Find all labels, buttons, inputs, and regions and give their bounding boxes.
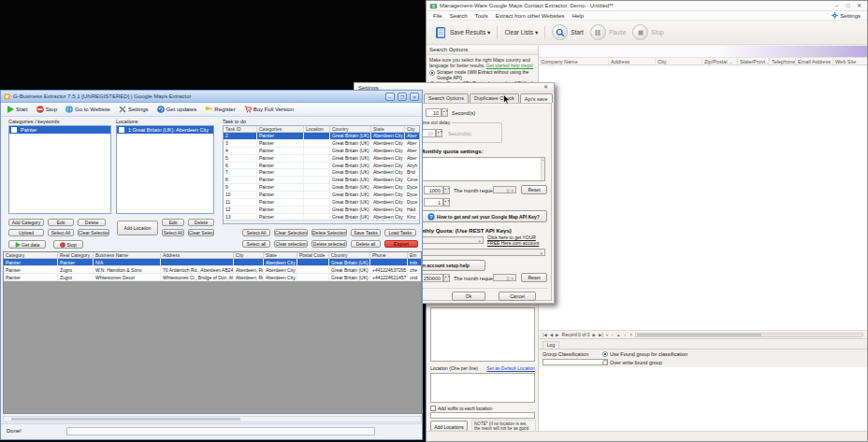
start-button[interactable]: Start: [7, 106, 28, 113]
grid-column-header[interactable]: Telephone 1: [770, 58, 796, 64]
nav-icon[interactable]: ▲: [616, 333, 620, 337]
select-all-results-button[interactable]: Select all: [242, 240, 270, 248]
results-grid-body[interactable]: [539, 65, 867, 330]
checkbox-icon[interactable]: ✓: [119, 127, 124, 133]
task-table[interactable]: Task ID Categories Location Country Stat…: [223, 125, 420, 224]
task-row[interactable]: 10 Painter Great Britain (UK) Aberdeen C…: [224, 192, 419, 199]
save-tasks-button[interactable]: Save Tasks: [351, 229, 381, 236]
menu-settings[interactable]: Settings: [832, 12, 861, 19]
task-row[interactable]: 8 Painter Great Britain (UK) Aberdeen Ci…: [224, 177, 419, 184]
scrollbar-thumb[interactable]: [11, 418, 240, 421]
web-site-listbox[interactable]: [430, 307, 535, 362]
nav-icon[interactable]: ✓: [623, 333, 627, 337]
location-item[interactable]: ✓1 Great Britain (UK): Aberdeen City: [117, 126, 213, 134]
select-all-tasks-button[interactable]: Select All: [242, 229, 270, 236]
result-row[interactable]: Painter Zugro W.N. Hamilton & Sons 70 Ar…: [4, 266, 421, 274]
clear-selection-tasks-button[interactable]: Clear Selection: [274, 229, 308, 236]
edit-location-button[interactable]: Edit: [162, 219, 184, 226]
here-reset-button[interactable]: Reset: [521, 273, 547, 282]
timeout-spinner[interactable]: 10: [426, 108, 441, 117]
nav-icon[interactable]: ▶: [556, 333, 558, 337]
nav-icon[interactable]: |◀: [542, 333, 547, 337]
small-spinner[interactable]: 1: [424, 198, 443, 207]
task-row[interactable]: 5 Painter Great Britain (UK) Aberdeen Ci…: [224, 155, 419, 163]
task-row[interactable]: 7 Painter Great Britain (UK) Aberdeen Ci…: [224, 169, 419, 177]
add-location-button[interactable]: Add Location: [117, 221, 158, 235]
spinner-arrows-icon[interactable]: ▲▼: [443, 186, 450, 194]
ok-button[interactable]: Ok: [452, 292, 485, 301]
grid-column-header[interactable]: City: [656, 58, 702, 64]
scraper-mode-radio[interactable]: Scraper mode (Will Extract without using…: [427, 69, 538, 80]
nav-icon[interactable]: ◀: [550, 333, 553, 337]
task-row[interactable]: 9 Painter Great Britain (UK) Aberdeen Ci…: [224, 184, 419, 192]
get-updates-button[interactable]: Get updates: [157, 106, 197, 113]
maximize-button[interactable]: □: [844, 2, 852, 10]
spinner-arrows-icon[interactable]: ▲▼: [441, 108, 448, 117]
spinner-arrows-icon[interactable]: ▲▼: [443, 198, 450, 207]
task-table-scrollbar[interactable]: [224, 220, 419, 223]
nav-icon[interactable]: −: [611, 333, 614, 337]
menu-tools[interactable]: Tools: [475, 13, 488, 19]
suffix-checkbox-row[interactable]: Add suffix to each location: [430, 406, 492, 411]
grid-column-header[interactable]: Zip/Postal ...: [702, 58, 738, 64]
select-all-categories-button[interactable]: Select All: [48, 229, 74, 236]
clear-lists-button[interactable]: Clear Lists ▾: [504, 29, 538, 36]
overwrite-group-radio[interactable]: Over write found group: [602, 360, 662, 365]
dialog-close-icon[interactable]: ✕: [542, 83, 550, 92]
save-results-button[interactable]: Save Results ▾: [434, 26, 490, 39]
get-started-link[interactable]: Get started help steps!: [486, 63, 533, 68]
grid-column-header[interactable]: Company Name: [539, 58, 609, 64]
result-row[interactable]: Painter Painter N/A Aberdeen City Great …: [4, 259, 421, 266]
maps-window-titlebar[interactable]: Management-Ware Google Maps Contact Extr…: [427, 1, 867, 11]
nav-icon[interactable]: ▶: [593, 333, 596, 337]
gbusiness-titlebar[interactable]: G-Business Extractor 7.5.1 [UNREGISTERED…: [1, 91, 422, 103]
quota-textarea[interactable]: ▲: [416, 157, 545, 181]
start-button[interactable]: Start: [552, 24, 584, 40]
nav-icon[interactable]: ×: [629, 333, 632, 337]
get-data-button[interactable]: Get data: [8, 240, 46, 249]
delete-all-results-button[interactable]: Delete all: [351, 240, 381, 248]
tab-apis-save[interactable]: Api's save: [520, 93, 553, 103]
clear-selection-results-button[interactable]: Clear selection: [274, 240, 308, 248]
checkbox-icon[interactable]: ✓: [11, 127, 17, 133]
clear-selection-locations-button[interactable]: Clear Selection: [188, 229, 214, 236]
settings-button[interactable]: Settings: [119, 106, 149, 113]
select-all-locations-button[interactable]: Select All: [162, 229, 184, 236]
scrollbar-thumb[interactable]: [637, 334, 761, 336]
register-button[interactable]: Register: [205, 106, 235, 113]
results-grid[interactable]: Category Real Category Business Name Add…: [3, 251, 422, 414]
minimize-button[interactable]: –: [385, 93, 395, 101]
horizontal-scrollbar[interactable]: [635, 333, 863, 337]
use-found-group-radio[interactable]: Use Found group for classification: [602, 351, 687, 357]
grid-column-header[interactable]: State/Provi...: [738, 58, 770, 64]
grid-column-header[interactable]: Email Address: [796, 58, 833, 64]
menu-help[interactable]: Help: [572, 13, 584, 19]
delete-selection-tasks-button[interactable]: Delete Selection: [311, 229, 347, 236]
menu-search[interactable]: Search: [450, 13, 468, 19]
load-tasks-button[interactable]: Load Tasks: [384, 229, 416, 236]
category-item[interactable]: ✓Painter: [9, 126, 110, 134]
locations-listbox[interactable]: ✓1 Great Britain (UK): Aberdeen City: [116, 125, 214, 214]
task-row[interactable]: 6 Painter Great Britain (UK) Aberdeen Ci…: [224, 163, 419, 170]
google-api-help-button[interactable]: ? How to get and set your Google Map API…: [420, 210, 547, 222]
task-row[interactable]: 2 Painter Great Britain (UK) Aberdeen Ci…: [224, 133, 419, 140]
edit-category-button[interactable]: Edit: [48, 219, 74, 226]
close-button[interactable]: ✕: [855, 2, 863, 10]
close-button[interactable]: ✕: [410, 93, 419, 101]
stop-data-button[interactable]: Stop: [53, 240, 83, 249]
add-category-button[interactable]: Add Category: [8, 219, 44, 226]
group-field[interactable]: [542, 359, 608, 365]
cancel-button[interactable]: Cancel: [499, 292, 536, 301]
stop-button[interactable]: Stop: [36, 106, 57, 113]
task-row[interactable]: 12 Painter Great Britain (UK) Aberdeen C…: [224, 207, 419, 214]
set-default-location-link[interactable]: Set as Default Location: [486, 365, 535, 371]
menu-extract-other[interactable]: Extract from other Websites: [496, 13, 565, 19]
tab-search-options[interactable]: Search Options: [424, 93, 469, 103]
maximize-button[interactable]: ❐: [398, 93, 407, 101]
tab-duplicates-check[interactable]: Duplicates Check: [470, 93, 519, 103]
categories-listbox[interactable]: ✓Painter: [8, 125, 111, 214]
task-row[interactable]: 11 Painter Great Britain (UK) Aberdeen C…: [224, 199, 419, 207]
delete-selected-results-button[interactable]: Delete selected: [311, 240, 347, 248]
location-textarea[interactable]: [430, 373, 535, 403]
pause-button[interactable]: Pause: [590, 24, 626, 40]
